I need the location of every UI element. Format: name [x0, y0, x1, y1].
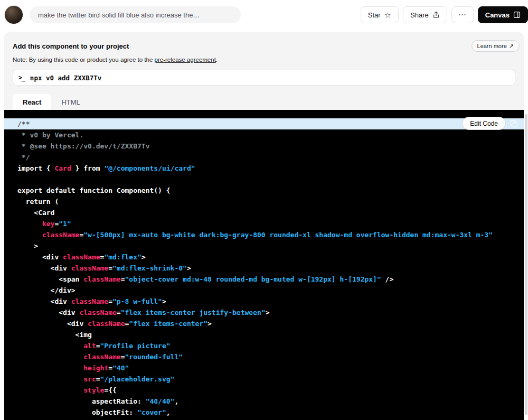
- code-line: import { Card } from "@/components/ui/ca…: [4, 163, 524, 174]
- code-line: <div className="p-8 w-full">: [4, 296, 524, 307]
- pre-release-agreement-link[interactable]: pre-release agreement: [155, 57, 216, 63]
- topbar: make the twitter bird solid fill blue al…: [0, 0, 528, 30]
- code-tabs: React HTML: [4, 94, 524, 110]
- code-line: key="1": [4, 218, 524, 229]
- user-avatar[interactable]: [4, 5, 23, 24]
- panel-title: Add this component to your project: [13, 42, 129, 50]
- code-line: className="w-[500px] mx-auto bg-white da…: [4, 229, 524, 240]
- code-line: objectFit: "cover",: [4, 407, 524, 418]
- code-line: height="40": [4, 362, 524, 374]
- code-line: <img: [4, 329, 524, 340]
- code-line: */: [4, 152, 524, 163]
- canvas-button[interactable]: Canvas: [478, 6, 528, 23]
- cli-command-text: npx v0 add ZXXB7Tv: [30, 74, 101, 82]
- cli-command-box[interactable]: >_ npx v0 add ZXXB7Tv: [13, 70, 515, 86]
- share-icon: [432, 11, 440, 18]
- code-line: * @see https://v0.dev/t/ZXXB7Tv: [4, 141, 524, 152]
- code-line: return (: [4, 196, 524, 207]
- code-line: aspectRatio: "40/40",: [4, 396, 524, 407]
- star-icon: ☆: [384, 11, 391, 19]
- external-link-arrow-icon: ↗: [509, 43, 514, 50]
- topbar-actions: Star ☆ Share ⋯ Canvas: [361, 6, 528, 23]
- prompt-pill[interactable]: make the twitter bird solid fill blue al…: [30, 6, 241, 23]
- code-line: <span className="object-cover md:w-48 ro…: [4, 274, 524, 285]
- tab-react[interactable]: React: [13, 94, 51, 110]
- code-line: <div className="flex items-center justif…: [4, 307, 524, 318]
- code-line: alt="Profile picture": [4, 340, 524, 351]
- learn-more-button[interactable]: Learn more ↗: [472, 40, 520, 52]
- share-button[interactable]: Share: [403, 6, 447, 23]
- code-line: <div className="md:flex">: [4, 251, 524, 263]
- ellipsis-icon: ⋯: [458, 10, 467, 20]
- code-line: <div className="flex items-center">: [4, 318, 524, 329]
- star-button[interactable]: Star ☆: [361, 6, 399, 23]
- more-options-button[interactable]: ⋯: [451, 6, 474, 23]
- code-line: export default function Component() {: [4, 185, 524, 196]
- code-editor: /** * v0 by Vercel. * @see https://v0.de…: [4, 110, 524, 420]
- canvas-icon: [513, 11, 521, 18]
- copy-code-button[interactable]: [508, 118, 520, 130]
- page-scrollbar[interactable]: [525, 114, 527, 415]
- learn-more-label: Learn more: [477, 43, 507, 49]
- code-line: <div className="md:flex-shrink-0">: [4, 263, 524, 274]
- star-button-label: Star: [368, 11, 381, 19]
- copy-icon: [510, 120, 518, 128]
- note-period: .: [216, 57, 218, 63]
- code-line: [4, 174, 524, 185]
- panel-header: Add this component to your project Learn…: [4, 32, 524, 52]
- pre-release-note: Note: By using this code or product you …: [4, 57, 524, 63]
- edit-code-button[interactable]: Edit Code: [462, 117, 506, 130]
- code-line: <Card: [4, 207, 524, 218]
- share-button-label: Share: [410, 11, 429, 19]
- code-line: src="/placeholder.svg": [4, 374, 524, 385]
- code-line: * v0 by Vercel.: [4, 129, 524, 141]
- code-line: >: [4, 240, 524, 251]
- code-line: /**: [4, 118, 524, 129]
- code-line: style={{: [4, 385, 524, 396]
- canvas-button-label: Canvas: [485, 11, 510, 19]
- prompt-text: make the twitter bird solid fill blue al…: [38, 11, 200, 19]
- tab-html[interactable]: HTML: [51, 94, 90, 110]
- note-text: Note: By using this code or product you …: [13, 57, 155, 63]
- code-line: className="rounded-full": [4, 351, 524, 362]
- terminal-prompt-icon: >_: [18, 74, 25, 81]
- code-lines: /** * v0 by Vercel. * @see https://v0.de…: [4, 118, 524, 418]
- component-panel: Add this component to your project Learn…: [4, 32, 524, 420]
- code-line: </div>: [4, 285, 524, 296]
